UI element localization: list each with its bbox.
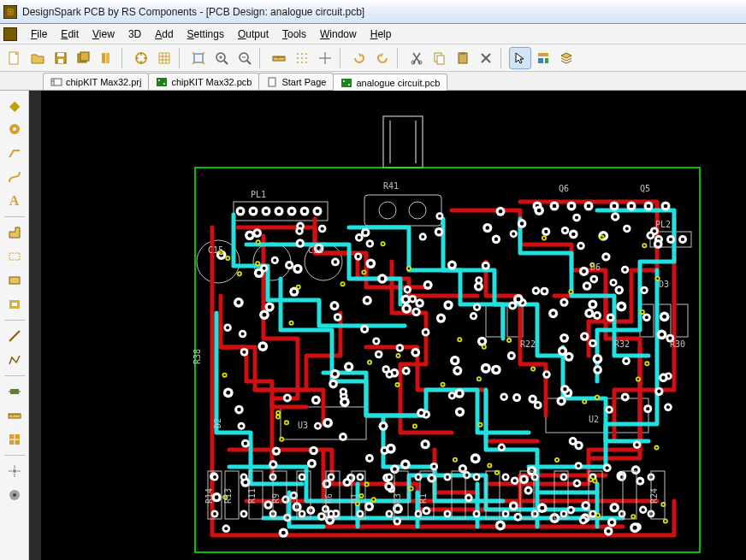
grid-toggle-button[interactable]	[153, 47, 175, 69]
menu-add[interactable]: Add	[148, 26, 180, 43]
svg-point-507	[642, 288, 646, 292]
menu-view[interactable]: View	[86, 26, 121, 43]
menu-tools[interactable]: Tools	[275, 26, 313, 43]
svg-point-183	[346, 365, 351, 369]
svg-point-179	[453, 358, 457, 363]
svg-point-367	[439, 316, 443, 321]
pad-tool[interactable]	[3, 118, 26, 140]
svg-point-563	[213, 512, 216, 516]
tab-pcb-1[interactable]: chipKIT Max32.pcb	[148, 73, 259, 90]
svg-point-409	[369, 262, 373, 266]
svg-point-653	[441, 383, 443, 385]
library-button[interactable]	[96, 47, 118, 69]
component-browser-button[interactable]	[532, 47, 554, 69]
svg-point-345	[595, 357, 600, 361]
component-tool[interactable]	[3, 380, 26, 403]
track-tool[interactable]	[3, 142, 26, 164]
rectangle-tool[interactable]	[3, 245, 26, 268]
menu-help[interactable]: Help	[364, 26, 399, 43]
svg-point-109	[570, 204, 574, 209]
svg-point-671	[257, 262, 258, 264]
svg-point-477	[642, 508, 645, 511]
menu-window[interactable]: Window	[313, 26, 364, 43]
svg-point-377	[516, 298, 520, 302]
svg-point-457	[636, 443, 639, 446]
svg-point-435	[281, 531, 286, 535]
pcb-icon	[156, 77, 168, 87]
svg-point-659	[483, 346, 485, 348]
pcb-canvas-area[interactable]: PL1 R41 Q6 Q5 PL2 C15 C14 R38 D6 D3 R22 …	[41, 91, 746, 560]
menu-edit[interactable]: Edit	[54, 26, 86, 43]
svg-point-161	[473, 457, 477, 461]
save-button[interactable]	[50, 47, 72, 69]
cut-button[interactable]	[406, 47, 428, 69]
copy-button[interactable]	[429, 47, 451, 69]
dots-grid-button[interactable]	[291, 47, 313, 69]
svg-point-379	[583, 334, 586, 338]
svg-point-117	[647, 204, 651, 209]
svg-point-661	[488, 464, 490, 466]
zoom-in-button[interactable]	[210, 47, 233, 69]
svg-point-407	[358, 236, 361, 239]
select-tool-button[interactable]	[509, 47, 531, 69]
menu-3d[interactable]: 3D	[121, 26, 148, 43]
svg-point-461	[296, 267, 300, 271]
svg-point-199	[393, 468, 396, 471]
line-tool[interactable]	[3, 325, 26, 347]
tab-start-page[interactable]: Start Page	[258, 73, 334, 90]
pcb-canvas[interactable]: PL1 R41 Q6 Q5 PL2 C15 C14 R38 D6 D3 R22 …	[41, 91, 746, 560]
origin-tool[interactable]	[3, 460, 26, 482]
menu-settings[interactable]: Settings	[181, 26, 231, 43]
layers-button[interactable]	[555, 47, 577, 69]
text-tool[interactable]: A	[3, 190, 26, 212]
redo-button[interactable]	[371, 47, 394, 69]
svg-point-711	[637, 378, 639, 380]
svg-point-637	[601, 236, 602, 238]
new-button[interactable]	[3, 47, 26, 69]
zoom-extents-button[interactable]	[187, 47, 210, 69]
svg-point-221	[607, 408, 611, 411]
polyline-tool[interactable]	[3, 349, 26, 371]
svg-point-523	[226, 391, 230, 395]
svg-point-205	[450, 263, 454, 268]
measure-tool[interactable]	[3, 404, 26, 427]
svg-point-469	[375, 339, 378, 343]
ruler-button[interactable]	[268, 47, 290, 69]
svg-point-119	[664, 204, 668, 209]
svg-point-483	[522, 477, 526, 481]
menu-file[interactable]: File	[24, 26, 54, 43]
via-tool[interactable]	[3, 428, 26, 451]
drill-tool[interactable]	[3, 484, 26, 506]
svg-point-587	[388, 512, 391, 516]
svg-point-265	[494, 368, 498, 372]
cutout-tool[interactable]	[3, 293, 26, 315]
save-all-button[interactable]	[73, 47, 95, 69]
svg-point-567	[242, 512, 246, 516]
svg-rect-41	[157, 78, 167, 86]
svg-point-259	[648, 233, 652, 237]
tab-analogue-circuit[interactable]: analogue circuit.pcb	[333, 74, 447, 91]
svg-point-529	[341, 390, 345, 393]
fill-tool[interactable]	[3, 269, 26, 292]
menu-output[interactable]: Output	[231, 26, 275, 43]
delete-button[interactable]	[475, 47, 497, 69]
svg-point-85	[239, 209, 243, 214]
tab-label: Start Page	[281, 77, 326, 87]
undo-button[interactable]	[348, 47, 370, 69]
svg-point-665	[223, 374, 225, 375]
toolbar-separator	[397, 48, 402, 68]
svg-point-303	[255, 231, 259, 235]
shape-tool[interactable]	[3, 221, 26, 244]
pointer-tool[interactable]: ◆	[3, 94, 26, 116]
window-titlebar: DesignSpark PCB by RS Components - [PCB …	[0, 0, 746, 24]
open-button[interactable]	[27, 47, 49, 69]
side-toolbar: ◆ A	[0, 91, 29, 560]
design-rule-check-button[interactable]	[130, 47, 152, 69]
tab-project[interactable]: chipKIT Max32.prj	[43, 73, 149, 90]
svg-point-155	[384, 368, 388, 371]
zoom-out-button[interactable]	[234, 47, 256, 69]
crosshair-button[interactable]	[314, 47, 336, 69]
viewport[interactable]: PL1 R41 Q6 Q5 PL2 C15 C14 R38 D6 D3 R22 …	[29, 91, 746, 560]
paste-button[interactable]	[452, 47, 474, 69]
route-tool[interactable]	[3, 166, 26, 188]
